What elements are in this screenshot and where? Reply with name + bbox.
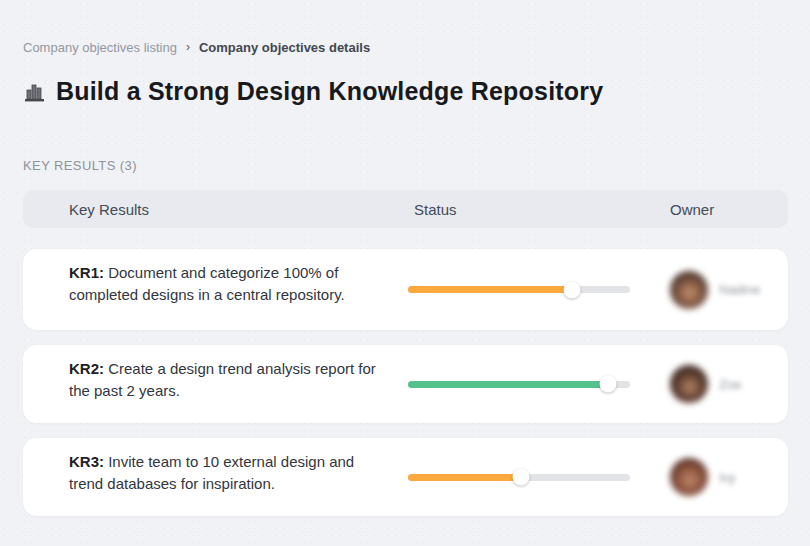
owner-avatar: [670, 365, 708, 403]
breadcrumb-objectives-listing[interactable]: Company objectives listing: [23, 40, 177, 55]
progress-slider[interactable]: [408, 286, 630, 293]
owner-name: Zoe: [719, 377, 741, 392]
owner-avatar: [670, 458, 708, 496]
title-row: Build a Strong Design Knowledge Reposito…: [23, 77, 788, 106]
key-result-text: Create a design trend analysis report fo…: [69, 360, 376, 399]
progress-handle[interactable]: [599, 376, 616, 393]
chevron-right-icon: ›: [186, 40, 190, 54]
progress-slider[interactable]: [408, 381, 630, 388]
owner-cell: Zoe: [648, 365, 788, 403]
owner-cell: Ivy: [648, 458, 788, 496]
progress-slider[interactable]: [408, 474, 630, 481]
table-header: Key Results Status Owner: [23, 190, 788, 228]
column-header-key-results: Key Results: [48, 201, 408, 218]
key-result-description: KR1: Document and categorize 100% of com…: [48, 249, 400, 319]
key-results-section-label: KEY RESULTS (3): [23, 158, 788, 173]
progress-fill: [408, 381, 608, 388]
key-result-row: KR2: Create a design trend analysis repo…: [23, 345, 788, 423]
key-result-text: Invite team to 10 external design and tr…: [69, 453, 354, 492]
progress-fill: [408, 286, 572, 293]
progress-handle[interactable]: [513, 469, 530, 486]
owner-name: Nadine: [719, 282, 760, 297]
key-results-list: KR1: Document and categorize 100% of com…: [23, 249, 788, 516]
progress-fill: [408, 474, 521, 481]
breadcrumb-objectives-details: Company objectives details: [199, 40, 370, 55]
progress-handle[interactable]: [564, 281, 581, 298]
owner-cell: Nadine: [648, 271, 788, 309]
key-result-description: KR2: Create a design trend analysis repo…: [48, 345, 400, 415]
owner-name: Ivy: [719, 470, 736, 485]
key-result-label: KR2:: [69, 360, 104, 377]
key-result-description: KR3: Invite team to 10 external design a…: [48, 438, 400, 508]
key-result-text: Document and categorize 100% of complete…: [69, 264, 345, 303]
column-header-owner: Owner: [648, 201, 788, 218]
owner-avatar: [670, 271, 708, 309]
status-cell: [408, 286, 648, 293]
key-result-label: KR1:: [69, 264, 104, 281]
breadcrumb: Company objectives listing › Company obj…: [23, 40, 788, 55]
key-result-row: KR3: Invite team to 10 external design a…: [23, 438, 788, 516]
status-cell: [408, 474, 648, 481]
page-title: Build a Strong Design Knowledge Reposito…: [56, 77, 603, 106]
column-header-status: Status: [408, 201, 648, 218]
objective-details-page: Company objectives listing › Company obj…: [0, 0, 810, 516]
bar-chart-buildings-icon: [23, 80, 47, 104]
key-result-label: KR3:: [69, 453, 104, 470]
status-cell: [408, 381, 648, 388]
key-result-row: KR1: Document and categorize 100% of com…: [23, 249, 788, 330]
